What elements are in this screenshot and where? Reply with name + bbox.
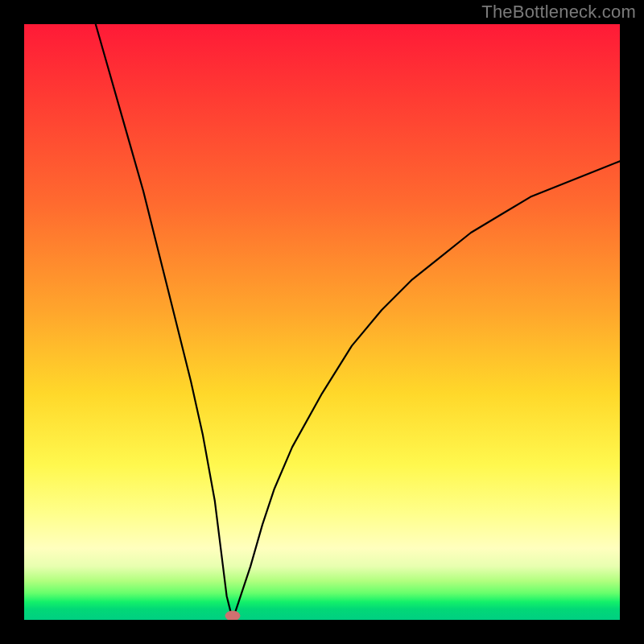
bottleneck-curve-svg [24,24,620,620]
plot-area [24,24,620,620]
chart-frame: TheBottleneck.com [0,0,644,644]
watermark-text: TheBottleneck.com [481,2,636,23]
bottleneck-curve-line [96,24,620,620]
minimum-marker [225,611,240,620]
